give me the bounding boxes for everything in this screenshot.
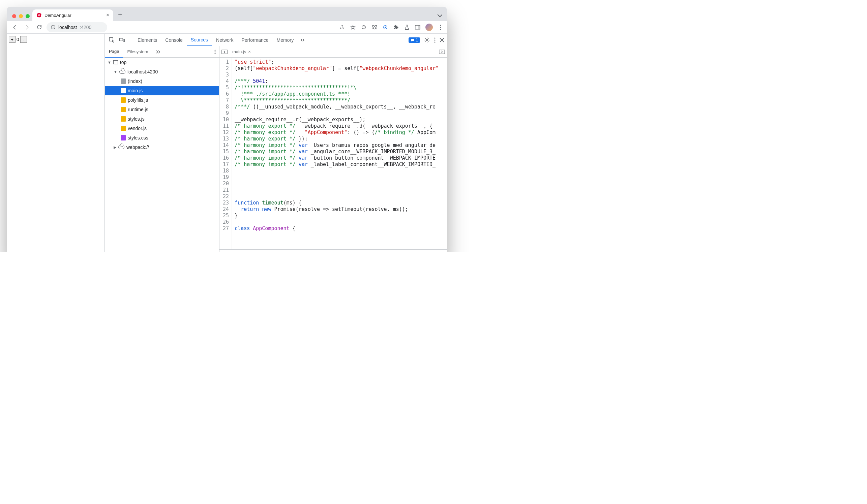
labs-flask-icon[interactable]	[404, 24, 410, 30]
tree-file[interactable]: styles.js	[105, 114, 219, 124]
tree-file[interactable]: polyfills.js	[105, 95, 219, 105]
share-icon[interactable]	[339, 24, 345, 30]
frame-icon	[113, 60, 118, 64]
info-icon	[51, 25, 56, 30]
address-bar[interactable]: localhost:4200	[46, 22, 107, 32]
rendered-page: + 0 -	[7, 34, 105, 252]
issues-badge[interactable]: 1	[408, 37, 420, 43]
toggle-navigator-icon[interactable]	[222, 50, 227, 54]
toolbar-actions	[339, 24, 443, 31]
browser-toolbar: localhost:4200	[7, 21, 447, 34]
forward-button[interactable]	[22, 23, 32, 32]
svg-point-24	[215, 53, 216, 54]
devtools-tab-console[interactable]: Console	[161, 34, 186, 46]
tree-file-label: vendor.js	[128, 126, 147, 131]
tree-file-label: main.js	[128, 88, 142, 93]
maximize-window-button[interactable]	[25, 14, 30, 18]
js-file-icon	[121, 97, 126, 103]
devtools-more-panels-icon[interactable]	[299, 39, 308, 42]
js-file-icon	[121, 126, 126, 131]
close-file-icon[interactable]: ×	[248, 49, 251, 54]
tree-file-label: polyfills.js	[128, 97, 148, 103]
angular-icon	[36, 12, 42, 18]
devtools-tab-performance[interactable]: Performance	[237, 34, 272, 46]
browser-tab[interactable]: DemoAngular ×	[32, 9, 113, 21]
svg-rect-25	[222, 50, 227, 54]
counter-value: 0	[17, 37, 19, 42]
coverage-status: Coverage: n/a	[416, 252, 443, 252]
css-file-icon	[121, 135, 126, 141]
editor-file-tab[interactable]: main.js ×	[229, 49, 254, 54]
svg-point-6	[372, 25, 374, 27]
devtools-menu-icon[interactable]	[434, 37, 436, 43]
navigator-menu-icon[interactable]	[211, 50, 219, 54]
svg-point-13	[440, 26, 441, 28]
navigator-tab-filesystem[interactable]: Filesystem	[123, 46, 152, 58]
side-panel-icon[interactable]	[415, 24, 421, 30]
tab-list-dropdown[interactable]	[438, 13, 442, 18]
tree-origin[interactable]: ▼ localhost:4200	[105, 67, 219, 76]
cloud-icon	[118, 145, 125, 149]
navigator-more-icon[interactable]	[152, 46, 166, 58]
extension-icon-2[interactable]	[372, 24, 377, 30]
toggle-debugger-icon[interactable]	[439, 50, 445, 54]
extension-icon-1[interactable]	[361, 24, 367, 30]
tree-file[interactable]: vendor.js	[105, 124, 219, 133]
sources-editor: main.js × 123456789101112131415161718192…	[220, 46, 447, 252]
devtools-tab-sources[interactable]: Sources	[187, 34, 212, 46]
window-controls	[11, 14, 32, 21]
devtools-tab-elements[interactable]: Elements	[133, 34, 161, 46]
profile-avatar[interactable]	[425, 24, 433, 31]
devtools-panel: ElementsConsoleSourcesNetworkPerformance…	[105, 34, 447, 252]
navigator-tab-page[interactable]: Page	[105, 46, 123, 58]
tree-file[interactable]: (index)	[105, 76, 219, 86]
svg-point-22	[215, 50, 216, 51]
svg-point-7	[375, 25, 377, 27]
svg-point-3	[362, 25, 366, 29]
tree-file[interactable]: runtime.js	[105, 105, 219, 114]
tree-file[interactable]: main.js	[105, 86, 219, 95]
decrement-button[interactable]: -	[20, 36, 27, 43]
tree-file-label: styles.css	[128, 135, 148, 141]
back-button[interactable]	[10, 23, 20, 32]
document-file-icon	[121, 78, 126, 84]
js-file-icon	[121, 116, 126, 122]
tree-frame-top[interactable]: ▼ top	[105, 58, 219, 67]
browser-window: DemoAngular × + localhost:4200	[7, 7, 447, 252]
svg-rect-17	[124, 39, 125, 42]
sources-navigator: PageFilesystem ▼ top ▼ localhost:4200	[105, 46, 220, 252]
increment-button[interactable]: +	[9, 36, 15, 43]
file-tree: ▼ top ▼ localhost:4200 (index)main.jspol…	[105, 58, 219, 252]
close-tab-button[interactable]: ×	[106, 12, 109, 18]
bookmark-star-icon[interactable]	[350, 24, 356, 30]
svg-rect-26	[439, 50, 445, 54]
js-file-icon	[121, 107, 126, 112]
svg-rect-11	[418, 25, 420, 29]
tree-top-label: top	[120, 59, 126, 65]
extensions-puzzle-icon[interactable]	[393, 24, 399, 30]
svg-point-23	[215, 51, 216, 52]
tree-file[interactable]: styles.css	[105, 133, 219, 143]
extension-icon-3[interactable]	[382, 24, 388, 30]
tree-file-label: styles.js	[128, 116, 144, 122]
svg-point-12	[440, 25, 441, 25]
tree-webpack[interactable]: ▶ webpack://	[105, 143, 219, 152]
devtools-tab-network[interactable]: Network	[212, 34, 237, 46]
pretty-print-button[interactable]: {}	[223, 252, 226, 252]
close-window-button[interactable]	[12, 14, 16, 18]
devtools-settings-icon[interactable]	[424, 37, 430, 43]
inspect-element-icon[interactable]	[108, 37, 116, 43]
code-editor[interactable]: 1234567891011121314151617181920212223242…	[220, 58, 447, 249]
device-toggle-icon[interactable]	[118, 37, 126, 43]
new-tab-button[interactable]: +	[115, 10, 125, 20]
svg-rect-2	[53, 26, 53, 26]
cloud-icon	[119, 70, 125, 74]
devtools-tab-memory[interactable]: Memory	[273, 34, 298, 46]
minimize-window-button[interactable]	[19, 14, 23, 18]
svg-point-18	[426, 39, 428, 41]
devtools-close-icon[interactable]	[440, 38, 444, 42]
reload-button[interactable]	[34, 23, 44, 32]
tree-file-label: runtime.js	[128, 107, 148, 112]
svg-rect-16	[120, 38, 123, 41]
browser-menu-icon[interactable]	[438, 24, 443, 30]
